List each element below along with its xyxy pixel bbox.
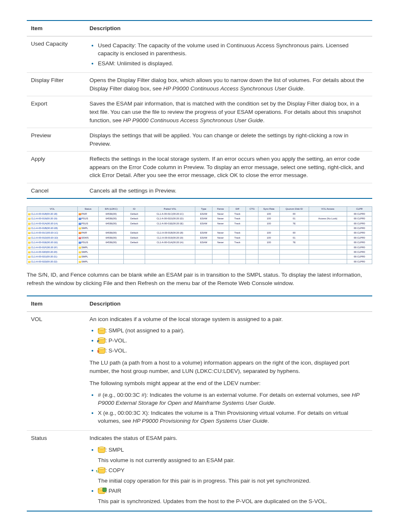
grid-cell [246,216,258,221]
grid-cell: Never [212,221,229,226]
list-item: P: P-VOL. [98,337,368,345]
grid-cell: 64536(00) [99,211,124,216]
grid-cell: 100 [258,240,279,245]
grid-cell [279,226,309,231]
grid-cell [246,249,258,254]
text: This pair is synchronized. Updates from … [98,497,368,506]
grid-row: CL1-A-00-020(00:20:20)SMPL00:CLPR0 [27,249,372,254]
grid-cell [195,254,212,259]
grid-cell [309,231,347,235]
grid-cell: 00:CLPR0 [347,259,372,264]
grid-cell [124,226,145,231]
grid-header: ID [124,207,145,211]
grid-cell: CL1-A-00-022(00:20:22) [27,259,78,264]
th-item-2: Item [27,296,85,311]
grid-header: CLPR [347,207,372,211]
grid-cell: CL1-A-00-01A(00:20:1A) [27,221,78,226]
grid-cell: PAIR [77,211,98,216]
grid-cell: PSUS [77,221,98,226]
grid-cell: CL1-A-00-01C(00:20:1C) [145,211,195,216]
grid-cell [145,226,195,231]
cell-desc: Saves the ESAM pair information, that is… [85,96,372,128]
grid-cell: CL1-A-00-020(00:20:20) [27,249,78,254]
svol-icon: S [98,348,105,354]
grid-cell: CL1-A-00-019(00:20:19) [27,216,78,221]
grid-cell: Track [229,231,246,235]
grid-cell [279,259,309,264]
grid-cell: 100 [258,231,279,235]
grid-cell [246,240,258,245]
grid-cell: SMPL [77,249,98,254]
list-item: ↻: COPYThe initial copy operation for th… [98,466,368,485]
grid-cell: 64536(00) [99,235,124,240]
table-row: ApplyReflects the settings in the local … [27,152,372,183]
volume-grid: VOLStatusS/N (LDKC)IDPaired VOLTypeFence… [27,206,372,264]
list-item: X (e.g., 00:00:3C X): Indicates the volu… [98,409,368,425]
grid-cell [195,249,212,254]
grid-cell [229,226,246,231]
grid-cell [99,245,124,249]
grid-cell [195,245,212,249]
grid-cell: CL1-A-00-018(00:20:18) [145,231,195,235]
grid-cell [212,245,229,249]
th-desc: Description [85,21,372,36]
grid-cell [246,245,258,249]
grid-cell: 100 [258,211,279,216]
grid-cell [212,249,229,254]
grid-header: VOL [27,207,78,211]
grid-header: Sync Rate [258,207,279,211]
list-item: : SMPLThis volume is not currently assig… [98,446,368,465]
grid-cell: 100 [258,216,279,221]
table-row: VOL An icon indicates if a volume of the… [27,311,372,430]
cell-desc: An icon indicates if a volume of the loc… [85,311,372,430]
grid-cell [309,259,347,264]
grid-cell: CL1-A-00-01D(00:20:1D) [27,235,78,240]
cell-item: Used Capacity [27,36,85,73]
grid-cell [246,211,258,216]
cell-item: Apply [27,152,85,183]
pvol-icon: P [98,338,105,344]
grid-cell [229,259,246,264]
grid-cell: CL1-A-00-019(00:20:19) [145,235,195,240]
grid-cell: Never [212,211,229,216]
grid-cell [212,254,229,259]
cell-desc: Reflects the settings in the local stora… [85,152,372,183]
grid-cell: PAIR [77,231,98,235]
grid-header: Status [77,207,98,211]
grid-cell: SMPL [77,254,98,259]
grid-cell: 01 [279,235,309,240]
grid-cell: 00:CLPR0 [347,211,372,216]
grid-cell [258,254,279,259]
grid-cell [309,254,347,259]
grid-cell: Never [212,235,229,240]
grid-cell [99,249,124,254]
table-1: Item Description Used CapacityUsed Capac… [27,20,372,199]
grid-header: CTG [246,207,258,211]
smpl-icon [98,447,105,453]
grid-cell [99,254,124,259]
copy-icon: ↻ [98,468,105,473]
th-item: Item [27,21,85,36]
grid-header: Quorum Disk ID [279,207,309,211]
grid-cell: Track [229,221,246,226]
grid-cell [145,249,195,254]
grid-cell: 00 [279,211,309,216]
text: The initial copy operation for this pair… [98,477,368,485]
grid-row: CL1-A-00-01C(00:20:1C)PAIR64536(00)Defau… [27,231,372,235]
list-item: ESAM: Unlimited is displayed. [98,59,368,68]
cell-desc: Opens the Display Filter dialog box, whi… [85,73,372,96]
grid-cell [258,259,279,264]
grid-cell: 00 [279,231,309,235]
grid-cell: Access (No Lock) [309,216,347,221]
grid-cell [212,226,229,231]
grid-cell: 00:CLPR0 [347,245,372,249]
grid-row: CL1-A-00-019(00:20:19)PSUS64536(00)Defau… [27,216,372,221]
grid-cell: 00:CLPR0 [347,249,372,254]
list-item: # (e.g., 00:00:3C #): Indicates the volu… [98,391,368,407]
table-row: ExportSaves the ESAM pair information, t… [27,96,372,128]
grid-cell [124,249,145,254]
grid-cell: PSUS [77,216,98,221]
list-item: : PAIRThis pair is synchronized. Updates… [98,487,368,506]
grid-cell [258,249,279,254]
grid-cell: PSUS [77,240,98,245]
